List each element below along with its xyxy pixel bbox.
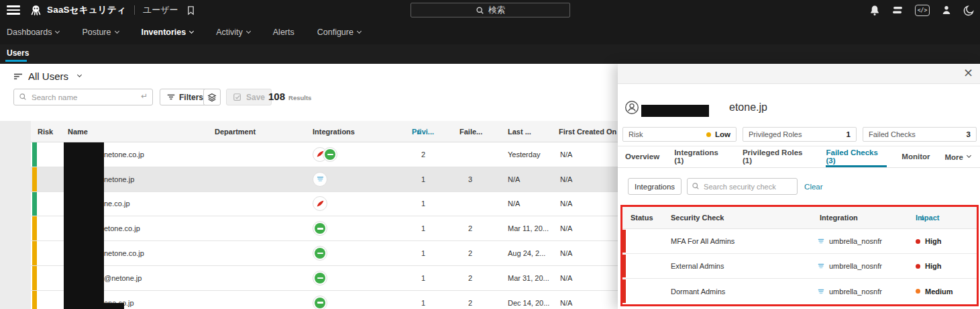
developer-code-icon[interactable]: </>: [915, 5, 930, 16]
table-left-margin: [0, 121, 31, 309]
search-name-input[interactable]: [13, 89, 153, 105]
nav-activity[interactable]: Activity: [216, 28, 250, 37]
results-count: 108 Results: [268, 91, 311, 102]
col-last[interactable]: Last ...: [508, 128, 531, 136]
tab-users[interactable]: Users: [7, 48, 29, 58]
col-department[interactable]: Department: [215, 128, 256, 136]
user-name: etone.co.jp: [104, 224, 140, 232]
privileged-count: 1: [421, 274, 425, 282]
user-name: netone.co.jp: [104, 249, 144, 257]
divider: [134, 5, 135, 15]
impact-medium-dot: [916, 289, 920, 294]
risk-indicator: [32, 266, 37, 290]
save-button[interactable]: Save: [226, 89, 272, 105]
first-created: N/A: [560, 249, 572, 257]
security-check-search-input[interactable]: [687, 178, 798, 195]
tabs-more-menu[interactable]: More: [945, 153, 971, 161]
failed-status-bar: [622, 255, 626, 277]
risk-low-dot: [706, 132, 711, 137]
panel-tabs: Overview Integrations (1) Privileged Rol…: [618, 146, 980, 168]
stat-failed-checks: Failed Checks 3: [863, 127, 977, 142]
nav-configure[interactable]: Configure: [317, 28, 361, 37]
failed-status-bar: [622, 279, 626, 303]
bookmark-icon[interactable]: [186, 5, 195, 15]
privileged-count: 1: [421, 175, 425, 183]
check-impact: Medium: [916, 288, 953, 296]
nav-alerts[interactable]: Alerts: [273, 28, 294, 37]
tab-monitor[interactable]: Monitor: [902, 146, 930, 167]
user-email: etone.jp: [729, 101, 767, 114]
chevron-down-icon: [189, 28, 194, 33]
check-name: MFA For All Admins: [671, 237, 734, 245]
col-name[interactable]: Name: [68, 128, 88, 136]
panel-header-bar: ×: [618, 64, 980, 84]
last-activity: Mar 11, 20...: [508, 224, 549, 232]
first-created: N/A: [560, 224, 572, 232]
search-icon: [692, 182, 700, 190]
privileged-count: 1: [421, 249, 425, 257]
app-logo-octopus-icon: [30, 4, 42, 17]
col-integrations[interactable]: Integrations: [313, 128, 355, 136]
first-created: N/A: [560, 150, 572, 159]
umbrella-integration-icon: [817, 263, 825, 269]
risk-indicator: [32, 291, 37, 309]
stat-privileged-roles: Privileged Roles 1: [743, 127, 857, 142]
col-failed[interactable]: Faile...: [459, 128, 482, 136]
privileged-count: 1: [421, 200, 425, 208]
chevron-down-icon: [246, 28, 251, 33]
global-search-placeholder: 検索: [488, 5, 505, 16]
last-activity: Dec 14, 20...: [508, 299, 549, 307]
nav-inventories[interactable]: Inventories: [142, 28, 194, 37]
integrations-filter-button[interactable]: Integrations: [628, 178, 682, 195]
enter-key-icon: ↵: [141, 91, 148, 101]
clear-filters-link[interactable]: Clear: [804, 183, 822, 191]
failed-check-row[interactable]: Dormant Admins umbrella_nosnfr Medium: [622, 279, 977, 304]
failed-check-row[interactable]: MFA For All Admins umbrella_nosnfr High: [622, 229, 977, 254]
failed-check-row[interactable]: External Admins umbrella_nosnfr High: [622, 254, 977, 279]
chat-icon[interactable]: [891, 5, 904, 15]
privileged-count: 1: [421, 224, 425, 232]
nav-dashboards[interactable]: Dashboards: [7, 28, 59, 37]
check-integration: umbrella_nosnfr: [817, 262, 882, 270]
col-security-check[interactable]: Security Check: [671, 214, 724, 222]
integration-icon-green-circle: [313, 296, 327, 309]
nav-posture[interactable]: Posture: [82, 28, 118, 37]
failed-checks-table-annotated: Status Security Check Integration Impact…: [620, 205, 979, 306]
impact-high-dot: [916, 264, 920, 269]
last-activity: N/A: [508, 175, 520, 183]
layers-icon: [207, 93, 217, 102]
redaction-box-email: [641, 105, 709, 117]
failed-count: 2: [468, 299, 472, 307]
col-integration[interactable]: Integration: [820, 214, 858, 222]
checkbox-check-icon: [233, 93, 242, 102]
tab-privileged-roles[interactable]: Privileged Roles (1): [743, 146, 812, 167]
umbrella-integration-icon: [817, 288, 825, 295]
last-activity: Yesterday: [508, 150, 541, 159]
notifications-bell-icon[interactable]: [869, 5, 880, 16]
integration-icon-green-circle: [313, 221, 327, 236]
columns-layers-button[interactable]: [203, 89, 221, 105]
dark-mode-moon-icon[interactable]: [963, 5, 975, 16]
profile-icon[interactable]: [941, 5, 952, 15]
check-integration: umbrella_nosnfr: [817, 237, 882, 245]
integration-icons: [313, 196, 327, 211]
security-check-search: [687, 178, 798, 195]
risk-indicator: [32, 241, 37, 265]
col-first-created[interactable]: First Created On: [559, 128, 616, 136]
col-status[interactable]: Status: [631, 214, 653, 222]
sort-desc-icon: ↓: [416, 127, 422, 136]
tab-failed-checks[interactable]: Failed Checks (3): [826, 146, 887, 167]
close-icon[interactable]: ×: [963, 65, 973, 79]
risk-indicator: [32, 216, 37, 240]
tab-integrations[interactable]: Integrations (1): [674, 146, 728, 167]
col-risk[interactable]: Risk: [38, 128, 53, 136]
integration-icons: [313, 271, 327, 285]
check-name: External Admins: [671, 262, 724, 270]
global-search-input[interactable]: 検索: [411, 3, 570, 17]
user-detail-panel: × etone.jp Risk Low Privileged Roles 1 F…: [618, 64, 980, 309]
view-selector[interactable]: All Users: [13, 71, 81, 82]
menu-icon[interactable]: [7, 5, 20, 15]
privileged-count: 1: [421, 299, 425, 307]
brand: SaaSセキュリティ: [30, 4, 126, 17]
tab-overview[interactable]: Overview: [625, 146, 659, 167]
